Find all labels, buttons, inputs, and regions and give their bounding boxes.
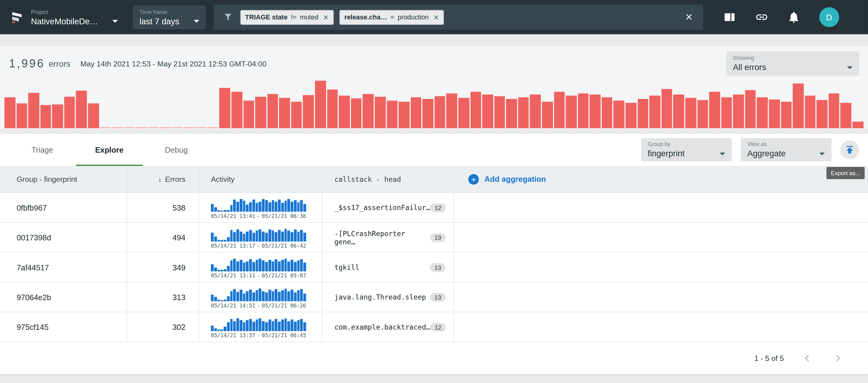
filter-chip[interactable]: release.cha… = production ✕ <box>339 10 444 25</box>
histogram-bar <box>661 89 672 128</box>
fingerprint-value[interactable]: 0017398d <box>17 233 51 242</box>
clear-filters-icon[interactable]: ✕ <box>683 11 695 23</box>
activity-bar <box>220 240 223 241</box>
tab-explore[interactable]: Explore <box>76 134 143 166</box>
count-badge: 19 <box>430 233 445 242</box>
activity-chart <box>211 197 306 212</box>
activity-bar <box>256 203 258 212</box>
link-icon[interactable] <box>755 11 768 24</box>
activity-bar <box>278 321 281 331</box>
chevron-down-icon <box>113 20 118 23</box>
activity-bar <box>227 210 229 211</box>
activity-bar <box>224 269 226 271</box>
activity-bar <box>233 199 236 212</box>
activity-start: 05/14/21 13:37 <box>211 332 255 338</box>
view-as-dropdown[interactable]: View as Aggregate <box>741 138 832 161</box>
histogram-bar <box>124 127 135 128</box>
histogram-bar <box>231 92 242 128</box>
activity-bar <box>262 231 265 241</box>
activity-bar <box>268 289 271 301</box>
previous-page-button[interactable] <box>799 351 815 366</box>
chevron-down-icon <box>720 152 725 155</box>
add-aggregation-button[interactable]: + Add aggregation <box>454 166 868 192</box>
activity-bar <box>278 261 281 271</box>
project-value: NativeMobileDe… <box>31 16 98 26</box>
showing-value: All errors <box>733 62 766 73</box>
filter-chip[interactable]: TRIAGE state != muted ✕ <box>240 10 334 25</box>
histogram-bar <box>757 97 768 128</box>
errors-cell: 538 <box>127 193 199 222</box>
activity-bar <box>294 292 297 301</box>
errors-cell: 349 <box>127 252 199 282</box>
activity-bar <box>256 290 258 301</box>
activity-bar <box>224 210 226 211</box>
histogram-bar <box>805 96 816 128</box>
activity-bar <box>246 291 249 301</box>
activity-chart <box>211 256 306 271</box>
activity-bar <box>300 259 303 271</box>
group-by-dropdown[interactable]: Group by fingerprint <box>641 138 732 161</box>
activity-bar <box>262 260 265 271</box>
activity-bar <box>249 230 252 241</box>
histogram-bar <box>697 100 708 128</box>
histogram-bar <box>518 97 529 128</box>
fingerprint-value[interactable]: 975cf145 <box>17 323 49 332</box>
activity-bar <box>262 321 265 331</box>
timeframe-selector[interactable]: Time frame last 7 days <box>133 5 206 29</box>
histogram-bar <box>148 127 159 128</box>
next-page-button[interactable] <box>830 351 846 366</box>
notifications-bell-icon[interactable] <box>787 11 801 24</box>
layout-columns-icon[interactable] <box>723 11 736 24</box>
activity-bar <box>249 319 252 331</box>
activity-separator: - <box>257 212 260 218</box>
export-button[interactable] <box>840 141 859 159</box>
project-selector[interactable]: Project NativeMobileDe… <box>31 8 125 26</box>
activity-bar <box>303 204 306 211</box>
activity-bar <box>233 321 236 331</box>
histogram-bar <box>638 99 649 128</box>
filter-chip-remove-icon[interactable]: ✕ <box>433 13 439 21</box>
filter-bar[interactable]: TRIAGE state != muted ✕ release.cha… = p… <box>214 5 703 30</box>
header-errors[interactable]: ↓ Errors <box>127 166 199 192</box>
histogram-bar <box>423 99 433 128</box>
activity-bar <box>287 261 290 271</box>
header-group-fingerprint: Group - fingerprint <box>0 166 127 192</box>
fingerprint-value[interactable]: 7af44517 <box>17 263 49 272</box>
chevron-down-icon <box>194 20 199 23</box>
filter-chip-operator: = <box>391 13 395 21</box>
activity-bar <box>278 230 281 241</box>
header-activity: Activity <box>199 166 322 192</box>
activity-end: 05/21/21 05:07 <box>262 272 306 278</box>
activity-bar <box>287 291 290 301</box>
histogram-bar <box>733 94 744 128</box>
fingerprint-value[interactable]: 97064e2b <box>17 292 51 301</box>
activity-bar <box>220 270 223 271</box>
user-avatar[interactable]: D <box>819 7 839 27</box>
errors-value: 302 <box>173 323 186 332</box>
activity-bar <box>275 319 277 331</box>
activity-bar <box>300 289 303 301</box>
tab-triage[interactable]: Triage <box>9 134 76 166</box>
table-header: Group - fingerprint ↓ Errors Activity ca… <box>0 166 868 193</box>
activity-bar <box>284 318 287 331</box>
activity-start: 05/14/21 13:11 <box>211 272 255 278</box>
activity-bar <box>297 260 300 271</box>
timeframe-value: last 7 days <box>140 16 179 26</box>
fingerprint-value[interactable]: 0fbfb967 <box>17 203 47 212</box>
activity-bar <box>271 230 274 241</box>
histogram-bar <box>793 83 804 128</box>
histogram-bar <box>195 127 206 128</box>
histogram-bar <box>184 127 194 128</box>
histogram-bar <box>88 103 99 128</box>
filter-chip-remove-icon[interactable]: ✕ <box>323 13 329 21</box>
activity-bar <box>290 289 293 301</box>
activity-bar <box>211 325 214 331</box>
activity-bar <box>224 299 226 301</box>
activity-bar <box>211 204 214 211</box>
showing-dropdown[interactable]: Showing All errors <box>726 51 859 76</box>
count-badge: 13 <box>430 263 445 272</box>
fingerprint-cell: 0fbfb967 <box>0 193 127 222</box>
tab-debug[interactable]: Debug <box>143 134 210 166</box>
view-controls: Group by fingerprint View as Aggregate <box>641 138 859 161</box>
activity-end: 05/21/21 06:42 <box>262 242 306 249</box>
